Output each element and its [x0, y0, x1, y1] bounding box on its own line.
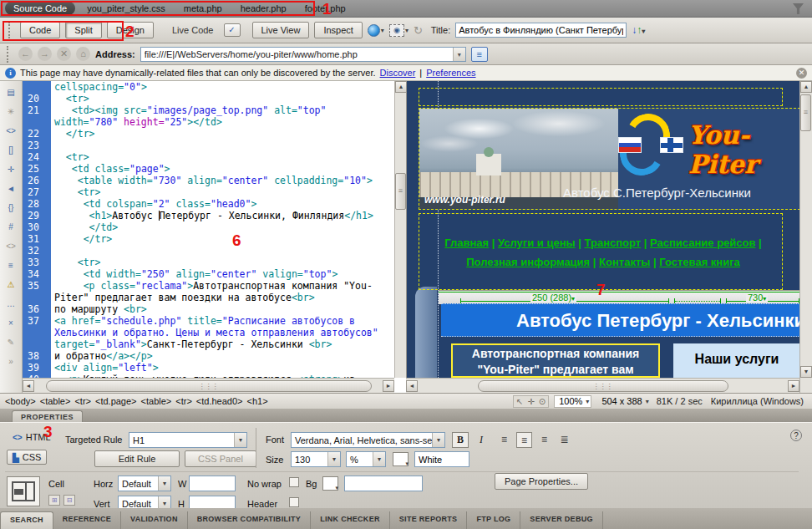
table-width-menu[interactable]: 730▾ [746, 292, 768, 303]
menu-link[interactable]: Главная [444, 237, 489, 249]
code-vertical-scrollbar[interactable]: ▲ [394, 81, 406, 378]
open-documents-icon[interactable]: ▤ [3, 86, 18, 99]
align-center-icon[interactable]: ≡ [516, 432, 532, 448]
remove-comment-icon[interactable]: × [3, 317, 18, 330]
preview-in-browser-icon[interactable]: ▾ [368, 24, 384, 37]
results-tab-server-debug[interactable]: SERVER DEBUG [520, 511, 602, 529]
header-checkbox[interactable] [289, 497, 299, 507]
reclama-cell[interactable]: Автотранспортная компания "You-Piter" пр… [451, 343, 660, 378]
live-view-button[interactable]: Live View [252, 22, 310, 38]
expand-all-icon[interactable]: ✛ [3, 163, 18, 176]
design-scroll-right-icon[interactable]: ► [788, 380, 799, 392]
inspect-button[interactable]: Inspect [314, 22, 362, 38]
refresh-design-view-icon[interactable]: ↻ [414, 24, 423, 37]
text-color-swatch[interactable] [393, 452, 409, 466]
window-size-combo[interactable]: 504 x 388▾ [596, 395, 651, 408]
code-vscroll-thumb[interactable] [395, 173, 406, 210]
hand-tool-icon[interactable]: ✛ [527, 397, 534, 406]
infobar-close-icon[interactable]: ✕ [796, 68, 807, 79]
results-tab-link-checker[interactable]: LINK CHECKER [311, 511, 390, 529]
live-code-button[interactable]: Live Code [167, 23, 219, 38]
page-properties-button[interactable]: Page Properties... [495, 473, 588, 490]
view-options-icon[interactable]: ≡ [471, 47, 488, 62]
highlight-invalid-code-icon[interactable]: ⚠ [3, 278, 18, 292]
edit-rule-button[interactable]: Edit Rule [94, 450, 180, 467]
merge-cells-icon[interactable]: ⊞ [48, 495, 60, 506]
services-cell[interactable]: Наши услуги [673, 343, 799, 378]
tag-selector-item[interactable]: <tr> [175, 396, 192, 406]
preferences-link[interactable]: Preferences [426, 68, 475, 78]
bg-input[interactable] [344, 476, 423, 491]
horz-combo[interactable]: Default▾ [118, 476, 171, 491]
unit-combo[interactable]: %▾ [346, 451, 386, 467]
check-browser-compatibility-icon[interactable]: ✓ [224, 23, 241, 37]
font-combo[interactable]: Verdana, Arial, Helvetica, sans-serif▾ [291, 432, 445, 448]
color-value-input[interactable] [414, 451, 469, 467]
menu-link[interactable]: Услуги и цены [498, 237, 576, 249]
stop-icon[interactable]: ✕ [57, 47, 71, 61]
help-icon[interactable]: ? [790, 430, 802, 441]
page-h1-banner[interactable]: Автобус Петербург - Хельсинки [441, 303, 799, 337]
syntax-error-alerts-icon[interactable]: <> [3, 240, 18, 253]
design-scroll-down-icon[interactable]: ▼ [800, 366, 812, 378]
title-input[interactable] [455, 23, 627, 38]
balance-braces-icon[interactable]: {} [3, 201, 18, 215]
justify-icon[interactable]: ≣ [556, 432, 572, 448]
file-management-icon[interactable]: ↓↑▾ [632, 24, 645, 36]
tag-selector-item[interactable]: <td.head0> [196, 396, 243, 406]
tag-selector-item[interactable]: <table> [40, 396, 71, 406]
split-cell-icon[interactable]: ⊟ [63, 495, 75, 506]
design-hscroll-thumb[interactable]: ⋮⋮⋮ [478, 380, 728, 392]
address-dropdown-icon[interactable]: ▾ [453, 48, 465, 61]
forward-icon[interactable]: → [38, 47, 52, 61]
results-tab-browser-compatibility[interactable]: BROWSER COMPATIBILITY [188, 511, 311, 529]
site-banner-image[interactable]: You-Piter Автобус С.Петербург-Хельсинки … [419, 108, 799, 210]
scroll-right-icon[interactable]: ► [383, 380, 394, 392]
select-tool-icon[interactable]: ↖ [516, 397, 523, 406]
filter-related-files-icon[interactable] [793, 3, 804, 14]
properties-tab[interactable]: PROPERTIES [12, 410, 83, 422]
design-vscroll-thumb[interactable] [800, 94, 811, 131]
bold-button[interactable]: B [452, 432, 469, 448]
bg-color-swatch[interactable] [322, 476, 338, 491]
format-source-code-icon[interactable]: ✎ [3, 336, 18, 349]
tag-selector-item[interactable]: <tr> [74, 396, 91, 406]
design-scroll-up-icon[interactable]: ▲ [800, 81, 812, 93]
results-tab-validation[interactable]: VALIDATION [121, 511, 188, 529]
code-view-pane[interactable]: cellspacing="0">20 <tr>21 <td><img src="… [23, 81, 394, 378]
w-input[interactable] [189, 476, 236, 491]
apply-source-formatting-icon[interactable]: ≡ [3, 259, 18, 272]
results-tab-reference[interactable]: REFERENCE [53, 511, 121, 529]
discover-link[interactable]: Discover [380, 68, 416, 78]
select-parent-tag-icon[interactable]: ◄ [3, 182, 18, 196]
back-icon[interactable]: ← [18, 47, 33, 61]
more-options-icon[interactable]: » [3, 355, 18, 369]
menu-link[interactable]: Гостевая книга [659, 256, 740, 268]
menu-link[interactable]: Расписание рейсов [650, 237, 755, 249]
scroll-up-icon[interactable]: ▲ [395, 81, 407, 93]
tag-selector-item[interactable]: <td.page> [95, 396, 137, 406]
code-navigator-icon[interactable]: ✳ [3, 105, 18, 119]
results-tab-site-reports[interactable]: SITE REPORTS [390, 511, 468, 529]
code-hscroll-thumb[interactable]: ⋮⋮⋮ [46, 380, 372, 392]
design-view-pane[interactable]: You-Piter Автобус С.Петербург-Хельсинки … [406, 81, 799, 378]
line-numbers-icon[interactable]: # [3, 221, 18, 234]
results-tab-search[interactable]: SEARCH [0, 511, 53, 529]
zoom-tool-icon[interactable]: ⊙ [539, 397, 546, 406]
visual-aids-icon[interactable]: ◉▾ [389, 24, 409, 37]
magnification-combo[interactable]: 100%▾ [554, 395, 591, 408]
css-mode-button[interactable]: ▙ CSS [7, 450, 47, 465]
menu-link[interactable]: Полезная информация [466, 256, 590, 268]
tag-selector-item[interactable]: <body> [5, 396, 36, 406]
design-horizontal-scrollbar[interactable]: ◄ ⋮⋮⋮ ► [406, 378, 799, 393]
tag-selector-item[interactable]: <table> [141, 396, 172, 406]
targeted-rule-combo[interactable]: H1▾ [129, 432, 247, 448]
css-panel-button[interactable]: CSS Panel [185, 450, 256, 467]
code-editor[interactable]: cellspacing="0">20 <tr>21 <td><img src="… [23, 81, 394, 378]
italic-button[interactable]: I [473, 432, 490, 448]
tag-selector-item[interactable]: <h1> [247, 396, 268, 406]
collapse-selection-icon[interactable]: [] [3, 144, 18, 157]
results-tab-ftp-log[interactable]: FTP LOG [467, 511, 520, 529]
align-right-icon[interactable]: ≡ [536, 432, 552, 448]
size-combo[interactable]: 130▾ [291, 451, 341, 467]
